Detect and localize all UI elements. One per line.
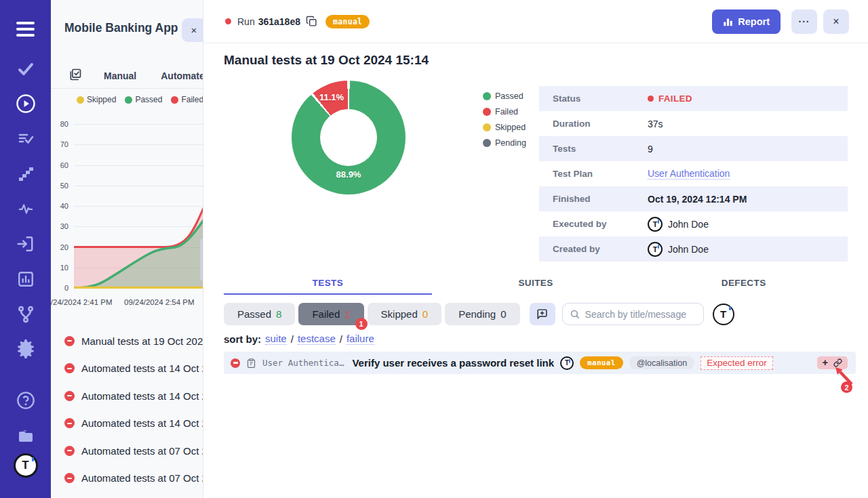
run-list-item[interactable]: Automated tests at 07 Oct 2024 — [51, 465, 203, 493]
more-options-button[interactable]: ··· — [791, 9, 817, 34]
error-message-chip[interactable]: Expected error — [701, 356, 773, 370]
tab-tests[interactable]: TESTS — [224, 274, 432, 295]
sort-row: sort by: suite / testcase / failure — [224, 333, 374, 345]
search-input[interactable] — [562, 303, 704, 325]
projects-folder-icon[interactable] — [0, 426, 51, 446]
tasks-icon[interactable] — [68, 68, 82, 84]
mini-chart-legend: Skipped Passed Failed — [77, 95, 203, 104]
passed-count: 8 — [276, 308, 281, 320]
pending-dot — [483, 139, 491, 147]
run-header-actions: Report ··· × — [712, 9, 849, 34]
logo-letter: T — [14, 453, 38, 478]
app-window: T Mobile Banking App Manual Automated Sk… — [0, 0, 868, 498]
run-list-item[interactable]: Automated tests at 14 Oct 2024 — [51, 382, 203, 410]
bar-chart-icon — [723, 17, 733, 27]
run-details-table: Status FAILED Duration 37s Tests 9 Test … — [539, 86, 848, 262]
tab-defects[interactable]: DEFECTS — [639, 274, 848, 295]
panel-close-button[interactable]: × — [182, 18, 203, 42]
add-defect-button[interactable]: + — [823, 358, 828, 368]
runs-play-icon[interactable] — [0, 94, 51, 114]
detail-row-finished: Finished Oct 19, 2024 12:14 PM — [539, 186, 848, 211]
run-header: Run 361a18e8 manual Report ··· × — [203, 0, 868, 43]
tab-manual[interactable]: Manual — [104, 70, 136, 81]
donut-failed-label: 11.1% — [311, 92, 352, 102]
test-plan-link[interactable]: User Authentication — [648, 168, 730, 180]
analytics-icon[interactable] — [0, 269, 51, 289]
user-avatar: T — [648, 242, 663, 257]
run-title: Manual tests at 19 Oct 2024 15:14 — [224, 53, 429, 68]
help-icon[interactable] — [0, 390, 51, 411]
activity-pulse-icon[interactable] — [0, 199, 51, 219]
report-button[interactable]: Report — [712, 9, 781, 34]
run-list-item[interactable]: Automated tests at 07 Oct 2024 — [51, 437, 203, 465]
ytick-80: 80 — [51, 119, 68, 129]
legend-item-passed[interactable]: Passed — [483, 91, 526, 101]
sort-by-suite[interactable]: suite — [265, 333, 287, 345]
legend-item-skipped[interactable]: Skipped — [77, 95, 116, 104]
menu-icon[interactable] — [0, 19, 51, 39]
run-list-item[interactable]: Manual tests at 19 Oct 2024 — [51, 327, 203, 355]
detail-row-tests: Tests 9 — [539, 136, 848, 161]
run-list: Manual tests at 19 Oct 2024 Automated te… — [51, 327, 203, 492]
test-title[interactable]: Verify user receives a password reset li… — [352, 357, 554, 369]
failed-dot — [648, 96, 654, 102]
result-tabs: TESTS SUITES DEFECTS — [224, 274, 848, 295]
failed-status-icon — [64, 473, 75, 483]
x-axis-labels: 09/24/2024 2:41 PM 09/24/2024 2:54 PM — [51, 298, 203, 309]
legend-item-passed[interactable]: Passed — [125, 95, 162, 104]
legend-item-skipped[interactable]: Skipped — [483, 123, 526, 132]
legend-item-pending[interactable]: Pending — [483, 138, 526, 148]
tests-check-icon[interactable] — [0, 59, 51, 79]
failed-dot — [171, 96, 178, 104]
status-badge: FAILED — [648, 94, 692, 104]
legend-item-failed[interactable]: Failed — [171, 95, 203, 104]
steps-icon[interactable] — [0, 164, 51, 184]
passed-dot — [483, 92, 491, 100]
run-list-item[interactable]: Automated tests at 14 Oct 2024 — [51, 410, 203, 438]
detail-row-duration: Duration 37s — [539, 111, 848, 136]
filter-pending-button[interactable]: Pending0 — [445, 303, 519, 325]
project-run-tabs: Manual Automated — [51, 63, 203, 89]
filter-failed-button[interactable]: Failed1 1 — [298, 303, 363, 325]
ytick-70: 70 — [51, 140, 68, 149]
run-list-item[interactable]: Automated tests at 14 Oct 2024 — [51, 355, 203, 383]
suite-name[interactable]: User Authentica… — [262, 358, 344, 368]
sort-by-testcase[interactable]: testcase — [298, 333, 336, 345]
donut-legend: Passed Failed Skipped Pending — [483, 91, 526, 148]
filter-toolbar: Passed8 Failed1 1 Skipped0 Pending0 T — [224, 303, 734, 325]
app-logo[interactable]: T — [0, 455, 51, 476]
ytick-30: 30 — [51, 222, 68, 231]
skipped-count: 0 — [422, 308, 428, 320]
sign-in-icon[interactable] — [0, 234, 51, 254]
run-detail-panel: Run 361a18e8 manual Report ··· × Manual … — [203, 0, 868, 498]
clipboard-icon — [246, 358, 256, 369]
user-menu-avatar[interactable]: T — [713, 304, 734, 325]
detail-row-executed-by: Executed by TJohn Doe — [539, 211, 848, 236]
failed-dot — [483, 108, 491, 116]
tab-suites[interactable]: SUITES — [432, 274, 640, 295]
test-plans-icon[interactable] — [0, 129, 51, 149]
copy-run-id-button[interactable] — [306, 16, 317, 27]
ytick-0: 0 — [51, 283, 68, 293]
donut-passed-label: 88.9% — [328, 169, 369, 180]
filter-passed-button[interactable]: Passed8 — [224, 303, 295, 325]
add-comment-button[interactable] — [530, 303, 555, 325]
failed-status-icon — [64, 391, 75, 401]
project-panel: Mobile Banking App Manual Automated Skip… — [51, 0, 203, 498]
skipped-dot — [483, 123, 491, 131]
tag-chip[interactable]: @localisation — [629, 356, 695, 369]
sort-by-failure[interactable]: failure — [347, 333, 374, 345]
run-status-dot — [225, 18, 231, 24]
close-run-button[interactable]: × — [823, 9, 849, 34]
branch-icon[interactable] — [0, 304, 51, 325]
filter-skipped-button[interactable]: Skipped0 — [368, 303, 442, 325]
panel-scrollbar[interactable] — [200, 238, 203, 281]
test-result-row[interactable]: User Authentica… Verify user receives a … — [224, 352, 856, 374]
run-type-badge: manual — [326, 15, 370, 28]
tab-automated[interactable]: Automated — [161, 70, 203, 81]
message-plus-icon — [536, 308, 548, 320]
search-icon — [570, 309, 580, 319]
settings-gear-icon[interactable] — [0, 339, 51, 359]
ytick-20: 20 — [51, 243, 68, 252]
legend-item-failed[interactable]: Failed — [483, 107, 526, 117]
